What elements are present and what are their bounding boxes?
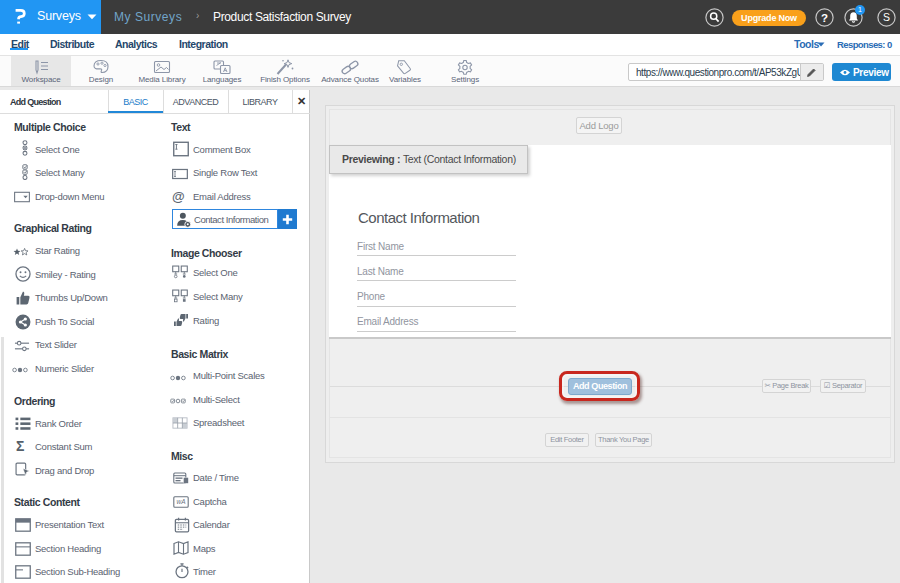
svg-text:S: S xyxy=(883,11,890,23)
svg-text:?: ? xyxy=(821,12,828,24)
svg-text:wA: wA xyxy=(176,498,185,505)
